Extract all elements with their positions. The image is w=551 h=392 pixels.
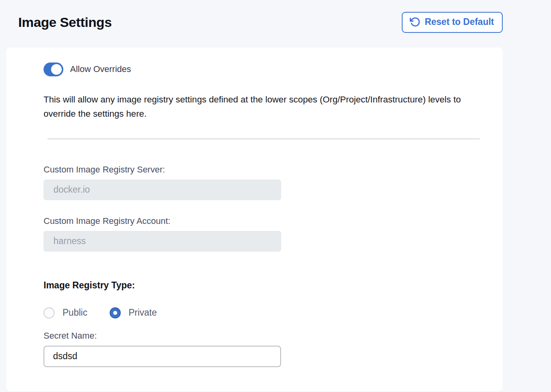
- secret-name-label: Secret Name:: [44, 331, 503, 341]
- registry-type-label: Image Registry Type:: [44, 280, 503, 291]
- allow-overrides-row: Allow Overrides: [44, 62, 503, 76]
- override-description: This will allow any image registry setti…: [44, 93, 486, 121]
- allow-overrides-label: Allow Overrides: [70, 64, 131, 74]
- toggle-knob: [51, 64, 62, 75]
- registry-server-input: [44, 180, 281, 200]
- page-header: Image Settings Reset to Default: [0, 0, 551, 33]
- reset-to-default-button[interactable]: Reset to Default: [402, 12, 503, 33]
- page-title: Image Settings: [18, 15, 112, 30]
- radio-option-public[interactable]: Public: [44, 307, 87, 318]
- radio-circle-public[interactable]: [44, 307, 55, 318]
- secret-name-input[interactable]: [44, 346, 281, 367]
- radio-option-private[interactable]: Private: [110, 307, 157, 318]
- allow-overrides-toggle[interactable]: [44, 62, 63, 76]
- divider: [48, 138, 480, 139]
- radio-label-private: Private: [129, 307, 157, 318]
- image-settings-card: Allow Overrides This will allow any imag…: [6, 47, 503, 391]
- registry-account-input: [44, 231, 281, 252]
- radio-label-public: Public: [63, 307, 87, 318]
- registry-server-label: Custom Image Registry Server:: [44, 165, 503, 175]
- radio-circle-private[interactable]: [110, 307, 121, 318]
- registry-type-radio-group: Public Private: [44, 307, 503, 318]
- reset-button-label: Reset to Default: [425, 17, 494, 28]
- rotate-ccw-icon: [410, 17, 420, 27]
- registry-account-label: Custom Image Registry Account:: [44, 216, 503, 226]
